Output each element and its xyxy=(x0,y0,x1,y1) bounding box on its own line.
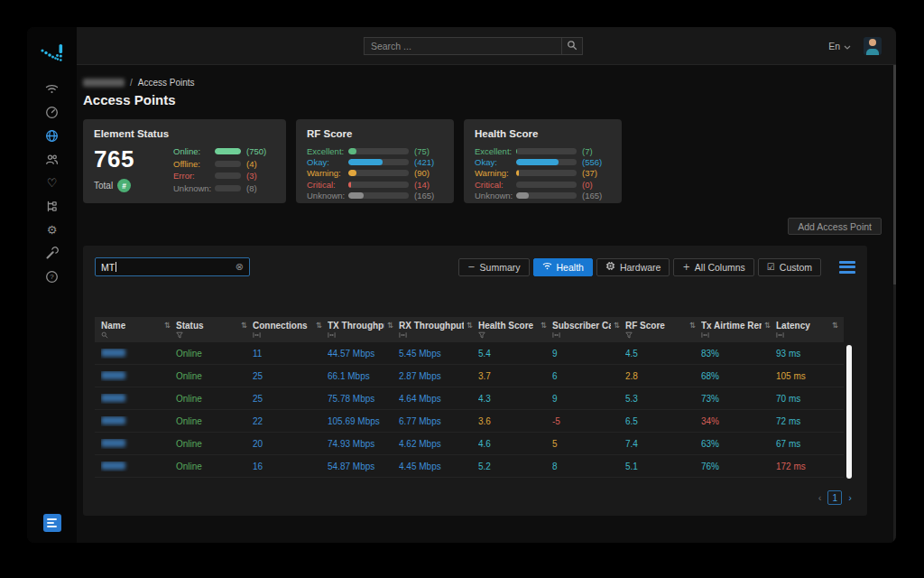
sort-icon[interactable]: ⇅ xyxy=(764,321,771,330)
sort-icon[interactable]: ⇅ xyxy=(614,321,620,330)
table-menu-icon[interactable] xyxy=(839,261,855,274)
column-header[interactable]: Tx Airtime Remai... ⇅ xyxy=(701,321,776,340)
ap-name-redacted[interactable] xyxy=(101,461,176,471)
bar-track xyxy=(348,159,409,165)
search-button[interactable] xyxy=(561,37,583,55)
sort-icon[interactable]: ⇅ xyxy=(387,321,393,330)
rf-score-cell: 7.4 xyxy=(625,439,701,449)
heart-nav-icon[interactable]: ♡ xyxy=(45,175,60,190)
sort-icon[interactable]: ⇅ xyxy=(467,321,473,330)
breadcrumb-root-redacted[interactable] xyxy=(83,79,125,87)
page-scrollbar[interactable] xyxy=(893,65,896,543)
page-number[interactable]: 1 xyxy=(827,490,842,505)
range-filter-icon[interactable] xyxy=(776,331,838,340)
topology-nav-icon[interactable] xyxy=(45,199,60,213)
gear-nav-icon[interactable]: ⚙ xyxy=(45,222,60,237)
status-bar-row: Unknown: (165) xyxy=(307,191,443,200)
ap-name-redacted[interactable] xyxy=(101,349,176,359)
bar-track xyxy=(516,170,577,176)
globe-nav-icon[interactable] xyxy=(45,128,60,143)
bar-fill xyxy=(215,148,241,154)
dashboard-gauge-icon[interactable] xyxy=(45,105,60,119)
view-hardware-button[interactable]: Hardware xyxy=(596,258,670,276)
bar-track xyxy=(348,182,409,188)
wrench-nav-icon[interactable] xyxy=(45,246,60,260)
range-filter-icon[interactable] xyxy=(552,331,620,340)
table-row[interactable]: Online 22 105.69 Mbps 6.77 Mbps 3.6 -5 6… xyxy=(95,410,844,433)
column-header[interactable]: Subscriber Capac... ⇅ xyxy=(552,321,625,340)
range-filter-icon[interactable] xyxy=(399,331,473,340)
sort-icon[interactable]: ⇅ xyxy=(689,321,696,330)
bar-fill xyxy=(348,148,356,154)
users-nav-icon[interactable] xyxy=(45,152,60,166)
subscriber-capacity-cell: 8 xyxy=(552,461,625,471)
funnel-filter-icon[interactable] xyxy=(176,331,247,340)
column-header[interactable]: Connections ⇅ xyxy=(253,321,328,340)
add-access-point-button[interactable]: Add Access Point xyxy=(788,218,882,235)
tx-airtime-cell: 68% xyxy=(701,371,776,381)
funnel-filter-icon[interactable] xyxy=(625,331,696,340)
language-selector[interactable]: En xyxy=(828,41,851,51)
table-scrollbar[interactable] xyxy=(846,345,852,479)
view-all-columns-button[interactable]: + All Columns xyxy=(673,258,753,276)
range-filter-icon[interactable] xyxy=(701,331,771,340)
table-row[interactable]: Online 16 54.87 Mbps 4.45 Mbps 5.2 8 5.1… xyxy=(95,455,844,478)
chip-icon xyxy=(605,261,615,273)
sort-icon[interactable]: ⇅ xyxy=(541,321,547,330)
range-filter-icon[interactable] xyxy=(328,331,393,340)
global-search-input[interactable] xyxy=(364,37,562,55)
chevron-down-icon xyxy=(844,41,851,51)
ap-name-redacted[interactable] xyxy=(101,371,176,381)
column-header[interactable]: RX Throughput ⇅ xyxy=(399,321,478,340)
range-filter-icon[interactable] xyxy=(253,331,322,340)
rx-throughput-cell: 4.45 Mbps xyxy=(399,461,478,471)
wifi-nav-icon[interactable] xyxy=(45,81,60,96)
next-page-icon[interactable]: › xyxy=(848,492,852,503)
app-window: ♡ ⚙ ? xyxy=(27,27,896,543)
view-summary-button[interactable]: − Summary xyxy=(458,258,529,276)
element-status-rows: Online: (750) Offline: (4) xyxy=(173,145,275,194)
rf-score-cell: 5.3 xyxy=(625,394,701,404)
sidebar-toggle-button[interactable] xyxy=(43,514,61,532)
subscriber-capacity-cell: 6 xyxy=(552,371,625,381)
sort-icon[interactable]: ⇅ xyxy=(241,321,247,330)
column-header[interactable]: RF Score ⇅ xyxy=(625,321,701,340)
column-header[interactable]: Status ⇅ xyxy=(176,321,253,340)
sort-icon[interactable]: ⇅ xyxy=(164,321,171,330)
ap-name-redacted[interactable] xyxy=(101,439,176,449)
prev-page-icon[interactable]: ‹ xyxy=(818,492,822,503)
table-row[interactable]: Online 25 75.78 Mbps 4.64 Mbps 4.3 9 5.3… xyxy=(95,387,844,410)
help-nav-icon[interactable]: ? xyxy=(45,269,60,284)
column-header[interactable]: TX Throughput ⇅ xyxy=(328,321,399,340)
status-bar-row: Warning: (37) xyxy=(475,168,611,178)
content: / Access Points Access Points Element St… xyxy=(77,65,896,543)
name-filter-input[interactable]: MT ⊗ xyxy=(95,257,250,276)
column-header[interactable]: Latency ⇅ xyxy=(776,321,844,340)
table-row[interactable]: Online 11 44.57 Mbps 5.45 Mbps 5.4 9 4.5… xyxy=(95,342,844,365)
funnel-filter-icon[interactable] xyxy=(478,331,547,340)
column-header[interactable]: Health Score ⇅ xyxy=(478,321,552,340)
latency-cell: 93 ms xyxy=(776,349,844,359)
rx-throughput-cell: 4.62 Mbps xyxy=(399,439,478,449)
search-filter-icon[interactable] xyxy=(101,331,171,340)
table-row[interactable]: Online 25 66.1 Mbps 2.87 Mbps 3.7 6 2.8 … xyxy=(95,365,844,387)
svg-text:?: ? xyxy=(50,273,54,281)
clear-filter-icon[interactable]: ⊗ xyxy=(236,262,244,272)
view-health-button[interactable]: Health xyxy=(533,258,593,276)
table-toolbar: MT ⊗ − Summary Health xyxy=(95,257,855,276)
view-custom-button[interactable]: ☑ Custom xyxy=(758,258,821,276)
element-status-card: Element Status 765 Total # xyxy=(83,119,286,203)
status-bar-row: Excellent: (7) xyxy=(475,146,611,156)
tx-airtime-cell: 63% xyxy=(701,439,776,449)
sidebar: ♡ ⚙ ? xyxy=(27,27,77,543)
health-score-cell: 3.6 xyxy=(478,416,552,426)
user-avatar[interactable] xyxy=(864,37,882,55)
sort-icon[interactable]: ⇅ xyxy=(832,321,838,330)
ap-name-redacted[interactable] xyxy=(101,394,176,404)
table-row[interactable]: Online 20 74.93 Mbps 4.62 Mbps 4.6 5 7.4… xyxy=(95,433,844,455)
bar-track xyxy=(516,148,577,154)
ap-name-redacted[interactable] xyxy=(101,416,176,426)
column-header[interactable]: Name ⇅ xyxy=(101,321,176,340)
sort-icon[interactable]: ⇅ xyxy=(316,321,322,330)
brand-logo xyxy=(39,40,66,67)
